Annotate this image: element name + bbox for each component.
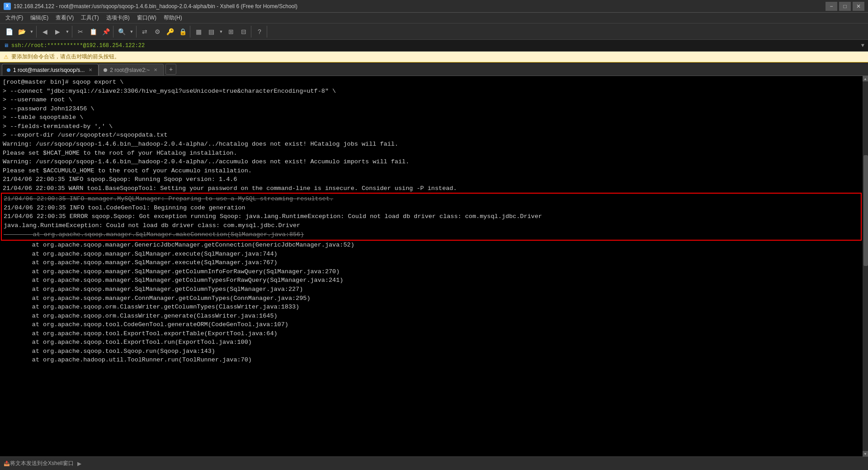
scroll-track[interactable]: [863, 81, 868, 451]
expand-button[interactable]: ⊞: [225, 26, 237, 38]
minimize-button[interactable]: −: [826, 2, 837, 11]
bottom-arrow: ▶: [77, 461, 81, 467]
search-button[interactable]: 🔍: [116, 26, 127, 38]
scrollbar[interactable]: ▲ ▼: [863, 76, 868, 456]
line-21: at org.apache.sqoop.manager.SqlManager.e…: [3, 258, 860, 267]
tab-2[interactable]: 2 root@slave2:~ ✕: [99, 64, 164, 76]
notification-text: 要添加到命令合话，请点击对哦的箭头按钮。: [11, 53, 120, 61]
line-30: at org.apache.sqoop.tool.ExportTool.run(…: [3, 338, 860, 347]
copy-button[interactable]: 📋: [87, 26, 99, 38]
menu-file[interactable]: 文件(F): [2, 13, 27, 23]
scroll-down-button[interactable]: ▼: [863, 451, 868, 456]
line-18-strikethrough: at org.apache.sqoop.manager.SqlManager.m…: [4, 230, 859, 239]
dropdown-btn4[interactable]: ▼: [218, 26, 224, 38]
help-button[interactable]: ?: [254, 26, 265, 38]
app-icon: X: [4, 3, 11, 10]
line-15: 21/04/06 22:00:35 INFO tool.CodeGenTool:…: [4, 204, 859, 213]
line-3: > --username root \: [3, 95, 860, 104]
shrink-button[interactable]: ⊟: [238, 26, 250, 38]
line-6: > --fields-terminated-by ',' \: [3, 122, 860, 131]
toolbar-group-file: 📄 📂 ▼: [2, 26, 37, 38]
line-11: Please set $ACCUMULO_HOME to the root of…: [3, 166, 860, 176]
line-16: 21/04/06 22:00:35 ERROR sqoop.Sqoop: Got…: [4, 212, 859, 221]
toolbar-group-misc: ⇄ ⚙ 🔑 🔒: [137, 26, 190, 38]
ssh-icon: 🖥: [4, 43, 9, 48]
cut-button[interactable]: ✂: [75, 26, 86, 38]
line-24: at org.apache.sqoop.manager.SqlManager.g…: [3, 285, 860, 294]
dropdown-btn3[interactable]: ▼: [128, 26, 135, 38]
settings-button[interactable]: ⚙: [151, 26, 163, 38]
expand-arrow: ▼: [861, 43, 864, 49]
menu-help[interactable]: 帮助(H): [160, 13, 186, 23]
paste-button[interactable]: 📌: [100, 26, 112, 38]
add-tab-button[interactable]: +: [165, 64, 176, 75]
line-25: at org.apache.sqoop.manager.ConnManager.…: [3, 294, 860, 303]
tab-1-label: 1 root@master:/usr/sqoop/s...: [13, 67, 85, 73]
line-19: at org.apache.sqoop.manager.GenericJdbcM…: [3, 241, 860, 250]
line-23: at org.apache.sqoop.manager.SqlManager.g…: [3, 276, 860, 285]
line-27: at org.apache.sqoop.orm.ClassWriter.gene…: [3, 312, 860, 321]
menu-tabs[interactable]: 选项卡(B): [103, 13, 133, 23]
key-button[interactable]: 🔑: [164, 26, 176, 38]
close-button[interactable]: ✕: [853, 2, 864, 11]
dropdown-btn2[interactable]: ▼: [64, 26, 71, 38]
scroll-thumb[interactable]: [863, 155, 868, 266]
toolbar-group-view: ▦ ▤ ▼ ⊞ ⊟: [191, 26, 251, 38]
layout2-button[interactable]: ▤: [205, 26, 217, 38]
line-32: at org.apache.hadoop.util.ToolRunner.run…: [3, 356, 860, 365]
terminal-output[interactable]: [root@master bin]# sqoop export \ > --co…: [0, 76, 863, 456]
terminal-container: [root@master bin]# sqoop export \ > --co…: [0, 76, 868, 456]
tab-bar: 1 root@master:/usr/sqoop/s... ✕ 2 root@s…: [0, 62, 868, 76]
line-7: > --export-dir /user/sqooptest/=sqoopdat…: [3, 131, 860, 140]
layout1-button[interactable]: ▦: [193, 26, 204, 38]
line-10: Warning: /usr/sqoop/sqoop-1.4.6.bin__had…: [3, 157, 860, 166]
line-12: 21/04/06 22:00:35 INFO sqoop.Sqoop: Runn…: [3, 175, 860, 184]
lock-button[interactable]: 🔒: [177, 26, 189, 38]
address-text: ssh://root:***********@192.168.254.122:2…: [11, 43, 145, 49]
tab-2-indicator: [104, 68, 107, 72]
line-22: at org.apache.sqoop.manager.SqlManager.g…: [3, 267, 860, 276]
line-26: at org.apache.sqoop.orm.ClassWriter.getC…: [3, 303, 860, 312]
menu-edit[interactable]: 编辑(E): [27, 13, 52, 23]
line-1: [root@master bin]# sqoop export \: [3, 78, 860, 87]
window-title: 192.168.254.122 - root@master:/usr/sqoop…: [14, 3, 826, 9]
toolbar-group-nav: ◀ ▶ ▼: [38, 26, 72, 38]
new-button[interactable]: 📄: [3, 26, 15, 38]
address-bar: 🖥 ssh://root:***********@192.168.254.122…: [0, 40, 868, 52]
line-28: at org.apache.sqoop.tool.CodeGenTool.gen…: [3, 320, 860, 329]
line-9: Please set $HCAT_HOME to the root of you…: [3, 149, 860, 158]
open-button[interactable]: 📂: [16, 26, 28, 38]
tab-1-close[interactable]: ✕: [87, 67, 94, 73]
menu-view[interactable]: 查看(V): [52, 13, 77, 23]
line-8: Warning: /usr/sqoop/sqoop-1.4.6.bin__had…: [3, 140, 860, 149]
scroll-up-button[interactable]: ▲: [863, 76, 868, 81]
toolbar-group-help: ?: [252, 26, 267, 38]
line-14-strikethrough: 21/04/06 22:00:35 INFO manager.MySQLMana…: [4, 195, 859, 204]
toolbar-group-search: 🔍 ▼: [114, 26, 137, 38]
menu-window[interactable]: 窗口(W): [133, 13, 160, 23]
tab-indicator: [7, 68, 10, 72]
menu-bar: 文件(F) 编辑(E) 查看(V) 工具(T) 选项卡(B) 窗口(W) 帮助(…: [0, 13, 868, 24]
toolbar: 📄 📂 ▼ ◀ ▶ ▼ ✂ 📋 📌 🔍 ▼ ⇄ ⚙ 🔑 🔒 ▦ ▤ ▼ ⊞ ⊟ …: [0, 24, 868, 40]
send-icon: 📤: [4, 461, 10, 466]
line-20: at org.apache.sqoop.manager.SqlManager.e…: [3, 250, 860, 259]
transfer-button[interactable]: ⇄: [139, 26, 151, 38]
title-bar: X 192.168.254.122 - root@master:/usr/sqo…: [0, 0, 868, 13]
line-13: 21/04/06 22:00:35 WARN tool.BaseSqoopToo…: [3, 184, 860, 193]
tab-1[interactable]: 1 root@master:/usr/sqoop/s... ✕: [2, 64, 99, 76]
line-4: > --password John123456 \: [3, 104, 860, 114]
line-2: > --connect "jdbc:mysql://slave2:3306/hi…: [3, 87, 860, 96]
forward-button[interactable]: ▶: [52, 26, 63, 38]
back-button[interactable]: ◀: [39, 26, 51, 38]
line-5: > --table sqooptable \: [3, 113, 860, 122]
tab-2-close[interactable]: ✕: [152, 67, 159, 73]
notification-bar: ⚠ 要添加到命令合话，请点击对哦的箭头按钮。: [0, 52, 868, 62]
toolbar-group-edit: ✂ 📋 📌: [73, 26, 113, 38]
notification-icon: ⚠: [4, 54, 9, 60]
window-controls: − □ ✕: [826, 2, 864, 11]
maximize-button[interactable]: □: [839, 2, 851, 11]
dropdown-btn[interactable]: ▼: [28, 26, 35, 38]
menu-tools[interactable]: 工具(T): [77, 13, 102, 23]
bottom-bar: 📤 将文本发送到全Xshell窗口 ▶: [0, 456, 868, 470]
line-31: at org.apache.sqoop.tool.Sqoop.run(Sqoop…: [3, 347, 860, 356]
